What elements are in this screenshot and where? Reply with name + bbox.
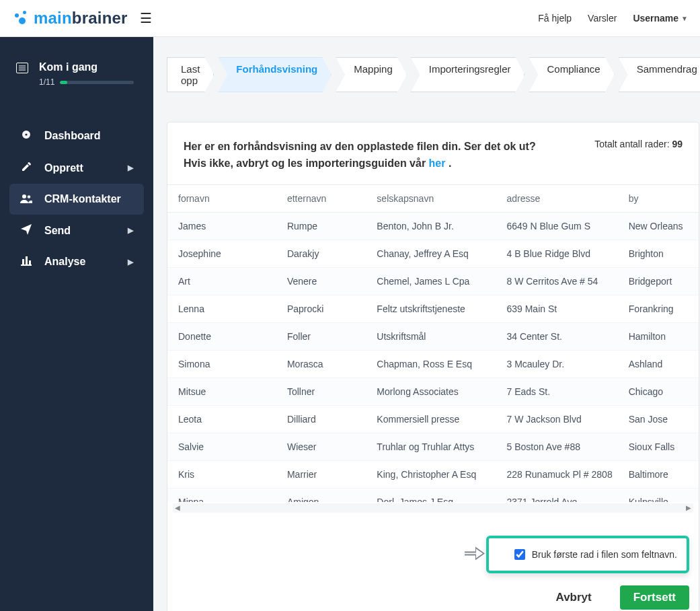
table-cell: New Orleans [621, 212, 699, 240]
table-cell: San Jose [621, 405, 699, 433]
table-cell: Brighton [621, 240, 699, 267]
table-cell: 5 Boston Ave #88 [498, 433, 620, 460]
table-row: MitsueTollnerMorlong Associates7 Eads St… [167, 378, 699, 405]
topbar: mainbrainer ☰ Få hjelp Varsler Username … [0, 0, 700, 37]
table-cell: Chicago [621, 378, 699, 405]
table-row: KrisMarrierKing, Christopher A Esq228 Ru… [167, 460, 699, 488]
table-cell: Lenna [167, 295, 279, 322]
table-cell: Venere [279, 267, 368, 295]
table-cell: Morasca [279, 350, 368, 378]
username-menu[interactable]: Username ▼ [633, 13, 688, 24]
table-cell: Mitsue [167, 378, 279, 405]
import-stepper: Last opp Forhåndsvisning Mapping Importe… [167, 57, 700, 92]
table-cell: Foller [279, 322, 368, 350]
table-cell: 7 W Jackson Blvd [498, 405, 620, 433]
table-cell: Wieser [279, 433, 368, 460]
hamburger-icon[interactable]: ☰ [136, 7, 156, 29]
main-content: Last opp Forhåndsvisning Mapping Importe… [153, 37, 700, 611]
table-cell: Darakjy [279, 240, 368, 267]
guide-link[interactable]: her [429, 157, 446, 169]
step-compliance[interactable]: Compliance [529, 57, 614, 92]
table-header-row: fornavn etternavn selskapsnavn adresse b… [167, 185, 699, 213]
col-header: fornavn [167, 185, 279, 213]
svg-point-5 [22, 194, 26, 199]
step-upload[interactable]: Last opp [167, 57, 214, 92]
svg-rect-8 [22, 259, 24, 264]
total-rows: Totalt antall rader: 99 [578, 139, 683, 149]
continue-button[interactable]: Fortsett [620, 585, 689, 610]
table-cell: Kommersiell presse [368, 405, 498, 433]
highlight-arrow-icon [463, 544, 486, 564]
horizontal-scrollbar[interactable]: ◀ ▶ [173, 503, 693, 513]
col-header: etternavn [279, 185, 368, 213]
table-cell: Ashland [621, 350, 699, 378]
table-cell: Morlong Associates [368, 378, 498, 405]
table-cell: Feltz utskriftstjeneste [368, 295, 498, 322]
sidebar-item-label: Analyse [44, 256, 85, 268]
topbar-left: mainbrainer ☰ [12, 7, 156, 29]
table-cell: Benton, John B Jr. [368, 212, 498, 240]
sidebar-item-send[interactable]: Send ▶ [9, 215, 144, 246]
table-row: JosephineDarakjyChanay, Jeffrey A Esq4 B… [167, 240, 699, 267]
table-cell: Salvie [167, 433, 279, 460]
alerts-link[interactable]: Varsler [588, 13, 617, 24]
sidebar-item-dashboard[interactable]: Dashboard [9, 119, 144, 152]
getting-started-progress-label: 1/11 [39, 77, 54, 87]
table-cell: 7 Eads St. [498, 378, 620, 405]
table-cell: Truhlar og Truhlar Attys [368, 433, 498, 460]
sidebar-item-crm-contacts[interactable]: CRM-kontakter [9, 184, 144, 215]
total-label: Totalt antall rader: [594, 139, 672, 149]
table-cell: Simona [167, 350, 279, 378]
table-cell: Rumpe [279, 212, 368, 240]
table-cell: Art [167, 267, 279, 295]
topbar-right: Få hjelp Varsler Username ▼ [538, 13, 688, 24]
scroll-left-icon[interactable]: ◀ [173, 504, 182, 511]
cancel-button[interactable]: Avbryt [543, 585, 605, 610]
step-mapping[interactable]: Mapping [336, 57, 407, 92]
total-value: 99 [672, 139, 683, 149]
preview-table: fornavn etternavn selskapsnavn adresse b… [167, 185, 699, 502]
table-row: SimonaMorascaChapman, Ross E Esq3 Mcaule… [167, 350, 699, 378]
table-cell: Baltimore [621, 460, 699, 488]
bar-chart-icon [20, 256, 32, 268]
getting-started-title: Kom i gang [39, 61, 134, 73]
table-cell: King, Christopher A Esq [368, 460, 498, 488]
svg-rect-7 [21, 264, 32, 266]
table-cell: Marrier [279, 460, 368, 488]
sidebar-item-analytics[interactable]: Analyse ▶ [9, 246, 144, 277]
table-cell: 8 W Cerritos Ave # 54 [498, 267, 620, 295]
table-cell: Sioux Falls [621, 433, 699, 460]
chevron-right-icon: ▶ [128, 226, 133, 235]
table-cell: James [167, 212, 279, 240]
svg-point-6 [28, 195, 31, 199]
first-row-fieldnames-checkbox[interactable] [514, 549, 525, 560]
scroll-right-icon[interactable]: ▶ [684, 504, 693, 511]
first-row-fieldnames-option[interactable]: Bruk første rad i filen som feltnavn. [486, 536, 689, 573]
table-cell: Leota [167, 405, 279, 433]
paper-plane-icon [20, 224, 32, 237]
card-heading: Her er en forhåndsvisning av den opplast… [184, 139, 536, 172]
table-row: LeotaDilliardKommersiell presse7 W Jacks… [167, 405, 699, 433]
svg-rect-10 [29, 260, 31, 264]
preview-table-scroll[interactable]: fornavn etternavn selskapsnavn adresse b… [167, 184, 699, 502]
table-cell: Tollner [279, 378, 368, 405]
table-cell: Chemel, James L Cpa [368, 267, 498, 295]
table-row: ArtVenereChemel, James L Cpa8 W Cerritos… [167, 267, 699, 295]
logo-brainer: brainer [72, 9, 128, 27]
table-cell: Utskriftsmål [368, 322, 498, 350]
table-row: SalvieWieserTruhlar og Truhlar Attys5 Bo… [167, 433, 699, 460]
step-import-rules[interactable]: Importeringsregler [411, 57, 525, 92]
sidebar-getting-started[interactable]: Kom i gang 1/11 [9, 61, 144, 100]
step-summary[interactable]: Sammendrag [619, 57, 700, 92]
table-cell: 34 Center St. [498, 322, 620, 350]
heading-line-2b: . [445, 157, 451, 169]
sidebar-item-label: CRM-kontakter [44, 193, 121, 205]
gauge-icon [20, 129, 32, 143]
table-cell: 6649 N Blue Gum S [498, 212, 620, 240]
step-preview[interactable]: Forhåndsvisning [218, 57, 332, 92]
username-label: Username [633, 13, 678, 24]
logo[interactable]: mainbrainer [12, 9, 128, 28]
sidebar-item-create[interactable]: Opprett ▶ [9, 152, 144, 184]
help-link[interactable]: Få hjelp [538, 13, 572, 24]
table-cell: Donette [167, 322, 279, 350]
